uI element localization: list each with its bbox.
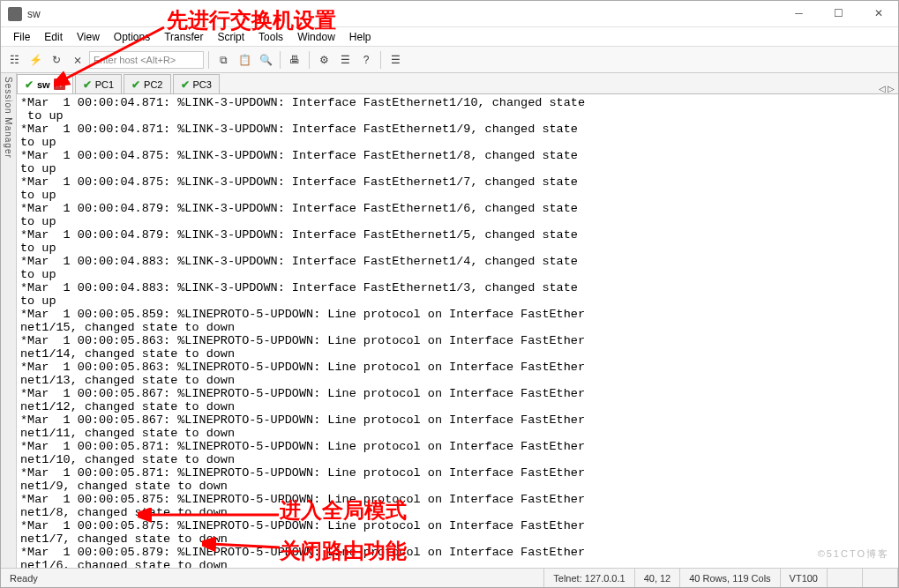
terminal-line: *Mar 1 00:00:04.883: %LINK-3-UPDOWN: Int… (20, 255, 895, 281)
separator (280, 51, 281, 69)
titlebar: sw ─ ☐ ✕ (1, 1, 898, 27)
options-icon[interactable]: ⚙ (314, 50, 333, 70)
tab-sw[interactable]: ✔ sw ✕ (17, 74, 73, 93)
status-position: 40, 12 (635, 569, 681, 587)
terminal-line: *Mar 1 00:00:04.871: %LINK-3-UPDOWN: Int… (20, 96, 895, 123)
help-icon[interactable]: ? (356, 50, 376, 70)
terminal-line: *Mar 1 00:00:05.863: %LINEPROTO-5-UPDOWN… (20, 334, 895, 361)
tab-label: sw (37, 79, 50, 90)
window-title: sw (27, 8, 779, 20)
terminal-output[interactable]: *Mar 1 00:00:04.871: %LINK-3-UPDOWN: Int… (17, 94, 898, 568)
maximize-button[interactable]: ☐ (819, 1, 858, 27)
main: ✔ sw ✕ ✔ PC1 ✔ PC2 ✔ PC3 ◁ ▷ (17, 73, 898, 568)
connected-icon: ✔ (131, 78, 140, 91)
tab-label: PC2 (144, 79, 162, 90)
reconnect-icon[interactable]: ↻ (47, 50, 66, 70)
tab-close-icon[interactable]: ✕ (54, 78, 65, 90)
terminal-line: *Mar 1 00:00:05.867: %LINEPROTO-5-UPDOWN… (20, 387, 895, 413)
terminal-line: *Mar 1 00:00:05.875: %LINEPROTO-5-UPDOWN… (20, 519, 895, 546)
status-telnet: Telnet: 127.0.0.1 (544, 569, 634, 587)
session-manager-label: Session Manager (4, 77, 13, 159)
find-icon[interactable]: 🔍 (256, 50, 275, 70)
menu-script[interactable]: Script (210, 29, 251, 45)
tab-nav: ◁ ▷ (879, 84, 898, 93)
menu-transfer[interactable]: Transfer (157, 29, 210, 45)
terminal-line: *Mar 1 00:00:04.875: %LINK-3-UPDOWN: Int… (20, 175, 895, 202)
status-size: 40 Rows, 119 Cols (680, 569, 780, 587)
app-window: sw ─ ☐ ✕ File Edit View Options Transfer… (0, 0, 899, 588)
menu-help[interactable]: Help (342, 29, 378, 45)
separator (380, 51, 381, 69)
menu-view[interactable]: View (70, 29, 107, 45)
terminal-line: *Mar 1 00:00:05.871: %LINEPROTO-5-UPDOWN… (20, 466, 895, 493)
status-caps (828, 569, 863, 587)
close-button[interactable]: ✕ (858, 1, 898, 27)
quick-connect-icon[interactable]: ⚡ (26, 50, 45, 70)
connected-icon: ✔ (83, 78, 92, 91)
menu-options[interactable]: Options (107, 29, 157, 45)
separator (208, 51, 209, 69)
copy-icon[interactable]: ⧉ (214, 50, 233, 70)
connected-icon: ✔ (25, 78, 34, 91)
terminal-line: *Mar 1 00:00:05.867: %LINEPROTO-5-UPDOWN… (20, 413, 895, 440)
tab-pc3[interactable]: ✔ PC3 (173, 74, 220, 93)
paste-icon[interactable]: 📋 (235, 50, 254, 70)
tab-next-icon[interactable]: ▷ (888, 84, 895, 93)
terminal-line: *Mar 1 00:00:04.879: %LINK-3-UPDOWN: Int… (20, 202, 895, 228)
toolbar: ☷ ⚡ ↻ ⨯ Enter host <Alt+R> ⧉ 📋 🔍 🖶 ⚙ ☰ ?… (1, 47, 898, 73)
tab-prev-icon[interactable]: ◁ (879, 84, 886, 93)
menu-window[interactable]: Window (290, 29, 342, 45)
menu-file[interactable]: File (6, 29, 37, 45)
chat-icon[interactable]: ☰ (386, 50, 405, 70)
separator (309, 51, 310, 69)
session-tabs: ✔ sw ✕ ✔ PC1 ✔ PC2 ✔ PC3 ◁ ▷ (17, 73, 898, 94)
host-input[interactable]: Enter host <Alt+R> (89, 51, 204, 69)
terminal-line: *Mar 1 00:00:04.875: %LINK-3-UPDOWN: Int… (20, 149, 895, 175)
menu-tools[interactable]: Tools (251, 29, 290, 45)
session-manager-tab[interactable]: Session Manager (1, 73, 17, 568)
body: Session Manager ✔ sw ✕ ✔ PC1 ✔ PC2 ✔ (1, 73, 898, 568)
terminal-line: *Mar 1 00:00:05.859: %LINEPROTO-5-UPDOWN… (20, 308, 895, 334)
menu-edit[interactable]: Edit (37, 29, 70, 45)
statusbar: Ready Telnet: 127.0.0.1 40, 12 40 Rows, … (1, 568, 898, 587)
status-emulation: VT100 (781, 569, 828, 587)
terminal-line: *Mar 1 00:00:04.871: %LINK-3-UPDOWN: Int… (20, 123, 895, 149)
print-icon[interactable]: 🖶 (285, 50, 304, 70)
tab-label: PC3 (193, 79, 212, 90)
app-icon (8, 7, 22, 21)
session-options-icon[interactable]: ☰ (335, 50, 355, 70)
menubar: File Edit View Options Transfer Script T… (1, 27, 898, 47)
terminal-line: *Mar 1 00:00:05.875: %LINEPROTO-5-UPDOWN… (20, 493, 895, 519)
connect-icon[interactable]: ☷ (4, 50, 24, 70)
terminal-line: *Mar 1 00:00:04.879: %LINK-3-UPDOWN: Int… (20, 228, 895, 255)
status-ready: Ready (1, 569, 544, 587)
terminal-line: *Mar 1 00:00:05.879: %LINEPROTO-5-UPDOWN… (20, 546, 895, 568)
terminal-line: *Mar 1 00:00:05.863: %LINEPROTO-5-UPDOWN… (20, 361, 895, 387)
disconnect-icon[interactable]: ⨯ (68, 50, 87, 70)
terminal-line: *Mar 1 00:00:04.883: %LINK-3-UPDOWN: Int… (20, 281, 895, 308)
tab-label: PC1 (95, 79, 114, 90)
status-num (863, 569, 898, 587)
tab-pc1[interactable]: ✔ PC1 (75, 74, 122, 93)
minimize-button[interactable]: ─ (779, 1, 819, 27)
terminal-line: *Mar 1 00:00:05.871: %LINEPROTO-5-UPDOWN… (20, 440, 895, 466)
window-controls: ─ ☐ ✕ (779, 1, 898, 27)
tab-pc2[interactable]: ✔ PC2 (124, 74, 170, 93)
watermark: ©51CTO博客 (818, 547, 889, 561)
connected-icon: ✔ (181, 78, 190, 91)
